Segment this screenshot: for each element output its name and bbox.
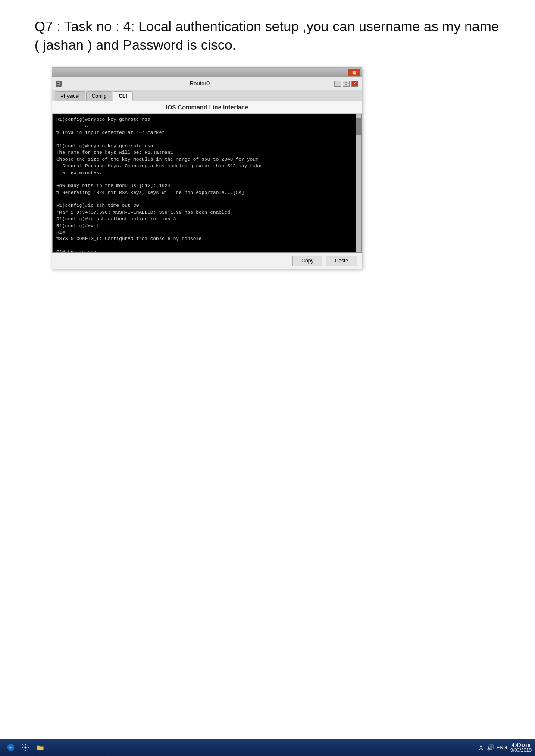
terminal-line: The name for the keys will be: R1.Tasman… (56, 150, 357, 156)
cli-header: IOS Command Line Interface (52, 101, 362, 114)
page-content: Q7 : Task no : 4: Local authentication s… (0, 0, 535, 269)
terminal-line: R1(config)#exit (56, 223, 357, 229)
minimize-button[interactable]: ─ (334, 81, 341, 87)
router-window: ▤ Router0 ─ □ ✕ (52, 67, 362, 269)
terminal-line: How many bits in the modulus [512]: 1024 (56, 183, 357, 189)
title-bar: Router0 ─ □ ✕ (52, 77, 362, 90)
terminal-line: % Invalid input detected at '~' marker. (56, 130, 357, 136)
tab-physical[interactable]: Physical (55, 91, 85, 101)
svg-point-4 (25, 747, 27, 749)
window-controls: ─ □ ✕ (334, 81, 358, 87)
cisco-pt-taskbar-icon[interactable] (5, 741, 17, 753)
scrollbar-thumb[interactable] (356, 118, 361, 135)
taskbar-clock: 4:49 p.m. 9/03/2019 (510, 742, 532, 753)
system-tray: 🖧 🔊 ENG (478, 744, 507, 751)
settings-taskbar-icon[interactable] (19, 741, 31, 753)
terminal-line: *Mar 1 0:34:57.598: %SSH-5-ENABLED: SSH … (56, 209, 357, 216)
terminal-line: R1(config)#crypto key generate rsa (56, 143, 357, 150)
paste-button[interactable]: Paste (326, 256, 357, 266)
copy-button[interactable]: Copy (292, 256, 322, 266)
button-bar: Copy Paste (52, 253, 362, 269)
tab-config[interactable]: Config (86, 91, 113, 101)
maximize-button[interactable]: □ (343, 81, 350, 87)
terminal[interactable]: R1(config)#crypto key genrate rsa ^ % In… (53, 114, 361, 252)
network-icon: 🖧 (478, 744, 484, 751)
tab-cli[interactable]: CLI (113, 91, 132, 101)
terminal-line (56, 196, 357, 203)
terminal-line: Choose the size of the key modulus in th… (56, 156, 357, 163)
terminal-wrapper: R1(config)#crypto key genrate rsa ^ % In… (52, 114, 362, 253)
terminal-line: R1(config)#ip ssh time-out 30 (56, 203, 357, 209)
clock-date: 9/03/2019 (510, 747, 532, 753)
terminal-line: % Generating 1024 bit RSA keys, keys wil… (56, 190, 357, 196)
clock-time: 4:49 p.m. (510, 742, 532, 747)
terminal-line: General Purpose Keys. Choosing a key mod… (56, 163, 357, 169)
terminal-line: %SYS-5-CONFIG_I: Configured from console… (56, 236, 357, 242)
taskbar-right: 🖧 🔊 ENG 4:49 p.m. 9/03/2019 (478, 742, 532, 753)
top-accent-bar: ▤ (52, 68, 362, 77)
router-icon (56, 81, 62, 87)
pt-top-icon: ▤ (348, 69, 360, 76)
terminal-line: R1#show ip ssh (56, 249, 357, 252)
terminal-scrollbar[interactable] (356, 114, 361, 252)
volume-icon: 🔊 (487, 744, 494, 751)
terminal-line: ^ (56, 123, 357, 130)
question-title: Q7 : Task no : 4: Local authentication s… (34, 17, 501, 54)
terminal-line: a few minutes. (56, 170, 357, 176)
svg-rect-2 (58, 83, 59, 84)
terminal-line (56, 137, 357, 143)
window-title: Router0 (65, 80, 334, 87)
terminal-line: R1# (56, 229, 357, 236)
svg-rect-1 (57, 83, 58, 84)
close-button[interactable]: ✕ (351, 81, 358, 87)
terminal-line (56, 176, 357, 183)
terminal-line: R1(config)#ip ssh authentication-retries… (56, 216, 357, 222)
tab-bar: Physical Config CLI (52, 90, 362, 101)
taskbar: 🖧 🔊 ENG 4:49 p.m. 9/03/2019 (0, 739, 535, 756)
terminal-line (56, 243, 357, 249)
terminal-line: R1(config)#crypto key genrate rsa (56, 116, 357, 123)
language-indicator: ENG (497, 745, 507, 750)
folder-taskbar-icon[interactable] (34, 741, 46, 753)
